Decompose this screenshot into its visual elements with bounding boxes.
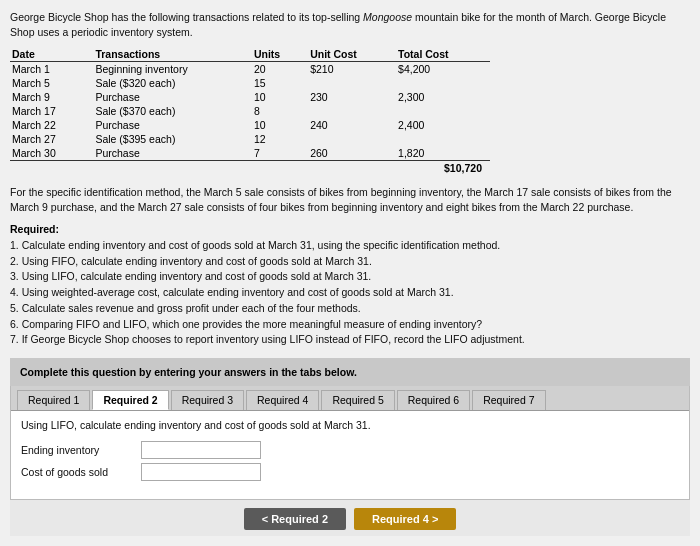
cogs-input[interactable] <box>141 463 261 481</box>
row-total-cost: 1,820 <box>396 146 490 161</box>
row-total-cost <box>396 132 490 146</box>
required-item-1: 1. Calculate ending inventory and cost o… <box>10 238 690 254</box>
row-transaction: Purchase <box>93 90 252 104</box>
row-units: 20 <box>252 62 308 77</box>
brand-name: Mongoose <box>363 11 412 23</box>
table-row: March 27 Sale ($395 each) 12 <box>10 132 490 146</box>
cogs-label: Cost of goods sold <box>21 466 141 478</box>
row-unit-cost <box>308 76 396 90</box>
row-units: 7 <box>252 146 308 161</box>
required-item-3: 3. Using LIFO, calculate ending inventor… <box>10 269 690 285</box>
ending-inventory-label: Ending inventory <box>21 444 141 456</box>
prev-button[interactable]: < Required 2 <box>244 508 346 530</box>
intro-paragraph: George Bicycle Shop has the following tr… <box>10 10 690 39</box>
tab-content: Using LIFO, calculate ending inventory a… <box>11 411 689 499</box>
row-date: March 5 <box>10 76 93 90</box>
row-units: 10 <box>252 90 308 104</box>
table-row: March 9 Purchase 10 230 2,300 <box>10 90 490 104</box>
row-transaction: Purchase <box>93 146 252 161</box>
row-total-cost: 2,300 <box>396 90 490 104</box>
form-section: Ending inventory Cost of goods sold <box>21 441 679 481</box>
ending-inventory-input[interactable] <box>141 441 261 459</box>
total-amount: $10,720 <box>396 161 490 176</box>
row-date: March 9 <box>10 90 93 104</box>
complete-box-text: Complete this question by entering your … <box>20 366 357 378</box>
tab-required-7[interactable]: Required 7 <box>472 390 545 410</box>
col-header-units: Units <box>252 47 308 62</box>
row-transaction: Sale ($395 each) <box>93 132 252 146</box>
row-unit-cost: $210 <box>308 62 396 77</box>
transactions-table: Date Transactions Units Unit Cost Total … <box>10 47 490 175</box>
row-unit-cost: 240 <box>308 118 396 132</box>
next-button-label: Required 4 > <box>372 513 438 525</box>
tabs-container: Required 1 Required 2 Required 3 Require… <box>10 386 690 500</box>
row-date: March 1 <box>10 62 93 77</box>
required-title: Required: <box>10 223 690 235</box>
row-unit-cost: 260 <box>308 146 396 161</box>
required-item-6: 6. Comparing FIFO and LIFO, which one pr… <box>10 317 690 333</box>
row-date: March 17 <box>10 104 93 118</box>
row-unit-cost: 230 <box>308 90 396 104</box>
required-item-2: 2. Using FIFO, calculate ending inventor… <box>10 254 690 270</box>
description-paragraph: For the specific identification method, … <box>10 185 690 214</box>
row-units: 15 <box>252 76 308 90</box>
row-total-cost <box>396 76 490 90</box>
required-item-5: 5. Calculate sales revenue and gross pro… <box>10 301 690 317</box>
cogs-row: Cost of goods sold <box>21 463 679 481</box>
row-transaction: Sale ($370 each) <box>93 104 252 118</box>
row-transaction: Sale ($320 each) <box>93 76 252 90</box>
nav-buttons: < Required 2 Required 4 > <box>10 500 690 536</box>
row-date: March 30 <box>10 146 93 161</box>
row-total-cost: 2,400 <box>396 118 490 132</box>
complete-box: Complete this question by entering your … <box>10 358 690 386</box>
col-header-total-cost: Total Cost <box>396 47 490 62</box>
required-list: 1. Calculate ending inventory and cost o… <box>10 238 690 348</box>
row-unit-cost <box>308 104 396 118</box>
tab-required-4[interactable]: Required 4 <box>246 390 319 410</box>
ending-inventory-row: Ending inventory <box>21 441 679 459</box>
table-row: March 5 Sale ($320 each) 15 <box>10 76 490 90</box>
row-units: 12 <box>252 132 308 146</box>
required-item-7: 7. If George Bicycle Shop chooses to rep… <box>10 332 690 348</box>
col-header-unit-cost: Unit Cost <box>308 47 396 62</box>
tab-required-1[interactable]: Required 1 <box>17 390 90 410</box>
total-row: $10,720 <box>10 161 490 176</box>
required-section: Required: 1. Calculate ending inventory … <box>10 223 690 348</box>
prev-button-label: < Required 2 <box>262 513 328 525</box>
tab-instruction: Using LIFO, calculate ending inventory a… <box>21 419 679 431</box>
col-header-date: Date <box>10 47 93 62</box>
table-row: March 30 Purchase 7 260 1,820 <box>10 146 490 161</box>
row-units: 10 <box>252 118 308 132</box>
tab-required-5[interactable]: Required 5 <box>321 390 394 410</box>
row-transaction: Purchase <box>93 118 252 132</box>
required-item-4: 4. Using weighted-average cost, calculat… <box>10 285 690 301</box>
table-row: March 22 Purchase 10 240 2,400 <box>10 118 490 132</box>
row-transaction: Beginning inventory <box>93 62 252 77</box>
tab-required-2[interactable]: Required 2 <box>92 390 168 410</box>
tab-required-6[interactable]: Required 6 <box>397 390 470 410</box>
col-header-transactions: Transactions <box>93 47 252 62</box>
tab-required-3[interactable]: Required 3 <box>171 390 244 410</box>
row-units: 8 <box>252 104 308 118</box>
row-date: March 27 <box>10 132 93 146</box>
next-button[interactable]: Required 4 > <box>354 508 456 530</box>
row-date: March 22 <box>10 118 93 132</box>
row-total-cost <box>396 104 490 118</box>
tabs-row: Required 1 Required 2 Required 3 Require… <box>11 386 689 411</box>
table-row: March 17 Sale ($370 each) 8 <box>10 104 490 118</box>
row-unit-cost <box>308 132 396 146</box>
page: George Bicycle Shop has the following tr… <box>0 0 700 546</box>
intro-text-before: George Bicycle Shop has the following tr… <box>10 11 363 23</box>
table-row: March 1 Beginning inventory 20 $210 $4,2… <box>10 62 490 77</box>
transactions-table-section: Date Transactions Units Unit Cost Total … <box>10 47 690 175</box>
row-total-cost: $4,200 <box>396 62 490 77</box>
